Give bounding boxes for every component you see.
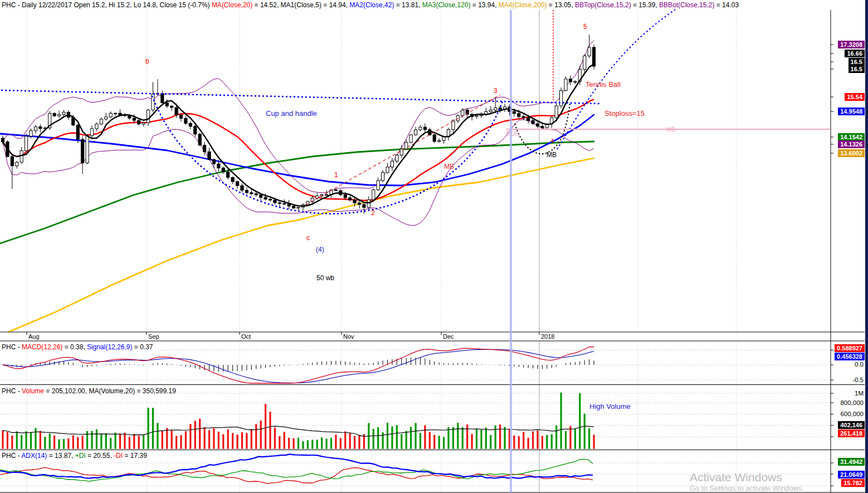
title-segment: = 0.38, xyxy=(62,343,87,351)
annotation-mb-pink: MB xyxy=(666,126,676,133)
title-segment: = 20.55, xyxy=(86,452,114,460)
title-segment: Volume xyxy=(22,387,44,395)
annotation-fib-0-0: 0.0% xyxy=(506,130,520,137)
chart-window: PHC - Daily 12/22/2017 Open 15.2, Hi 15.… xyxy=(0,0,868,493)
annotation-wave-c: c xyxy=(306,234,310,242)
annotation-fifty-wb: 50 wb xyxy=(316,274,334,282)
time-axis-label: 2018 xyxy=(541,333,554,340)
title-segment: Signal(12,26,9) xyxy=(87,343,132,351)
main-chart-title: PHC - Daily 12/22/2017 Open 15.2, Hi 15.… xyxy=(2,1,741,9)
title-segment: MACD(12,26) xyxy=(22,343,62,351)
annotation-cup-and-handle: Cup and handle xyxy=(266,109,317,118)
price-axis-label: 16.5 xyxy=(849,58,865,66)
annotation-wave-4: 4 xyxy=(550,138,554,144)
title-segment: BBTop(Close,15,2) xyxy=(575,1,631,9)
annotation-mb-black: MB xyxy=(547,151,557,159)
price-axis-label: 15.54 xyxy=(845,93,865,101)
title-segment: PHC - xyxy=(2,452,21,460)
price-axis-label: 14.9548 xyxy=(838,108,865,115)
activate-windows-watermark-sub: Go to Settings to activate Windows. xyxy=(690,484,804,492)
price-axis-label: 17.3208 xyxy=(838,41,865,48)
price-axis-label: 14.1326 xyxy=(838,140,865,148)
title-segment: MA(Close,20) xyxy=(212,1,252,9)
macd-axis-tick-label: 0.0 xyxy=(855,360,864,368)
title-segment: = 205,102.00, MA(Volume,20) = 350,599.19 xyxy=(44,387,176,395)
price-axis-label: 13.6002 xyxy=(838,149,865,157)
time-axis-label: Aug xyxy=(28,333,40,340)
title-segment: PHC - xyxy=(2,343,22,351)
annotation-wave-5: 5 xyxy=(583,23,587,31)
overlay-layer xyxy=(0,10,868,492)
volume-axis-tick-label: 800,000 xyxy=(840,399,864,407)
price-axis-label: 16.5 xyxy=(849,65,865,73)
macd-axis-label: 0.588927 xyxy=(835,344,865,352)
activate-windows-watermark: Activate Windows xyxy=(690,471,782,484)
title-segment: = 13.94, xyxy=(470,1,498,9)
macd-axis-label: 0.456328 xyxy=(835,353,865,360)
title-segment: MA3(Close,120) xyxy=(422,1,471,9)
time-axis-label: Sep xyxy=(148,333,159,340)
volume-panel-title: PHC - Volume = 205,102.00, MA(Volume,20)… xyxy=(2,387,178,395)
title-segment: BBBot(Close,15,2) xyxy=(659,1,714,9)
annotation-wave-3: 3 xyxy=(494,87,498,95)
macd-axis-tick-label: -0.5 xyxy=(852,376,864,384)
price-axis-label: 14.1542 xyxy=(838,133,865,141)
time-axis-label: Dec xyxy=(443,333,454,340)
annotation-tennis-ball: Tennis Ball xyxy=(586,80,621,89)
title-segment: PHC - Daily 12/22/2017 Open 15.2, Hi 15.… xyxy=(2,1,212,9)
title-segment: = 17.39 xyxy=(123,452,147,460)
chart-canvas[interactable] xyxy=(0,0,868,493)
annotation-mb-red: MB xyxy=(444,163,454,170)
price-panel xyxy=(0,1,830,332)
title-segment: = 0.37 xyxy=(132,343,153,351)
title-segment: = 13.87, xyxy=(47,452,75,460)
annotation-high-volume: High Volume xyxy=(589,402,631,411)
annotation-stoploss: Stoploss=15 xyxy=(604,109,645,118)
price-axis-label: 16.66 xyxy=(845,50,865,57)
title-segment: ADX(14) xyxy=(21,452,47,460)
time-axis-label: Nov xyxy=(343,333,354,340)
macd-panel-title: PHC - MACD(12,26) = 0.38, Signal(12,26,9… xyxy=(2,343,155,351)
volume-axis-label: 402,146 xyxy=(838,421,865,429)
volume-axis-label: 261,418 xyxy=(838,429,865,437)
volume-axis-tick-label: 600,000 xyxy=(840,410,864,418)
annotation-wave-1: 1 xyxy=(334,171,338,179)
adx-axis-label: 21.0649 xyxy=(838,471,865,479)
title-segment: PHC - xyxy=(2,387,22,395)
annotation-wave-4-alt: (4) xyxy=(316,246,324,253)
title-segment: = 15.39, xyxy=(631,1,659,9)
time-axis-label: Oct xyxy=(241,333,251,340)
candles xyxy=(1,35,595,214)
title-segment: = 14.52, MA1(Close,5) = 14.94, xyxy=(252,1,349,9)
adx-axis-label: 15.782 xyxy=(841,479,865,487)
title-segment: -DI xyxy=(114,452,123,460)
title-segment: = 13.81, xyxy=(394,1,422,9)
adx-axis-label: 31.4942 xyxy=(838,458,865,466)
title-segment: MA2(Close,42) xyxy=(349,1,394,9)
title-segment: MA4(Close,200) xyxy=(499,1,547,9)
annotation-wave-2: 2 xyxy=(371,209,375,217)
volume-axis-tick-label: 1M xyxy=(855,389,864,397)
adx-panel-title: PHC - ADX(14) = 13.87, +DI = 20.55, -DI … xyxy=(2,452,149,460)
title-segment: +DI xyxy=(75,452,86,460)
title-segment: = 13.05, xyxy=(547,1,575,9)
window-edge-scrollbar[interactable] xyxy=(865,0,868,493)
annotation-wave-b: b xyxy=(145,57,149,65)
title-segment: = 14.03 xyxy=(714,1,739,9)
